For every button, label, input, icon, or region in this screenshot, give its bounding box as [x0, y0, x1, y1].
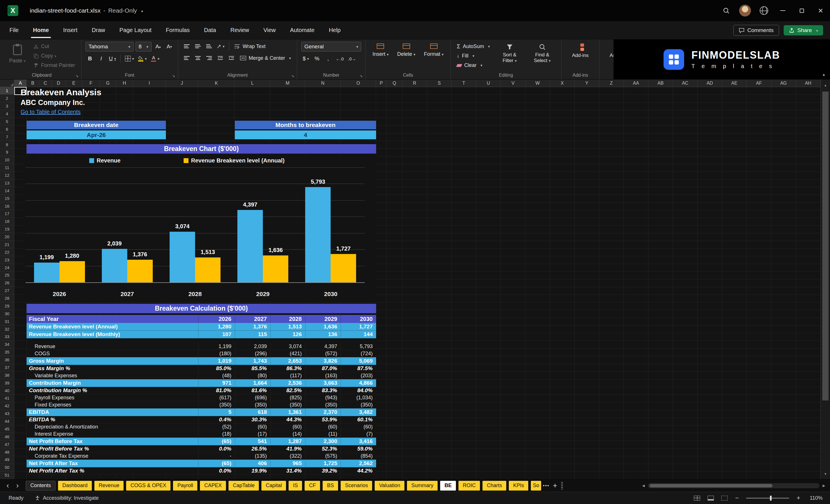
more-sheets-button[interactable]: •••	[543, 483, 549, 488]
sheet-tab-captable[interactable]: CapTable	[228, 481, 259, 491]
chart-bar-revenue[interactable]	[169, 232, 195, 282]
row-header-41[interactable]: 41	[0, 395, 14, 402]
sheet-tab-payroll[interactable]: Payroll	[173, 481, 197, 491]
row-header-34[interactable]: 34	[0, 341, 14, 348]
align-top-button[interactable]	[182, 42, 191, 51]
row-header-16[interactable]: 16	[0, 202, 14, 210]
ribbon-tab-draw[interactable]: Draw	[85, 21, 113, 39]
row-header-10[interactable]: 10	[0, 156, 14, 164]
ribbon-tab-review[interactable]: Review	[223, 21, 256, 39]
column-header-c[interactable]: C	[39, 80, 52, 87]
orientation-button[interactable]	[216, 42, 226, 51]
currency-format-button[interactable]: $	[301, 54, 310, 63]
calc-cell[interactable]: 53.9%	[305, 416, 341, 423]
calc-cell[interactable]: (60)	[270, 423, 305, 430]
row-header-25[interactable]: 25	[0, 272, 14, 279]
excel-app-icon[interactable]: X	[7, 5, 18, 16]
calc-cell[interactable]: (11)	[305, 431, 341, 437]
column-header-ad[interactable]: AD	[698, 80, 722, 87]
calc-cell[interactable]: 107	[198, 330, 235, 338]
chart-bar-breakeven[interactable]	[195, 257, 221, 282]
breakeven-date-value[interactable]: Apr-26	[27, 130, 166, 139]
page-layout-view-icon[interactable]	[708, 496, 714, 501]
row-header-43[interactable]: 43	[0, 410, 14, 418]
font-dialog-launcher-icon[interactable]	[171, 73, 176, 78]
row-header-35[interactable]: 35	[0, 348, 14, 356]
paste-button[interactable]: Paste	[6, 42, 29, 65]
column-header-q[interactable]: Q	[387, 80, 403, 87]
calc-cell[interactable]: 39.2%	[305, 467, 341, 474]
row-header-47[interactable]: 47	[0, 441, 14, 448]
calc-cell[interactable]: 0.4%	[198, 416, 235, 423]
add-sheet-button[interactable]: +	[553, 481, 557, 490]
calc-cell[interactable]: 81.0%	[198, 387, 235, 394]
sheet-nav-right-icon[interactable]: ›	[12, 481, 22, 491]
calc-cell[interactable]: 618	[235, 408, 270, 416]
sheet-tab-dashboard[interactable]: Dashboard	[58, 481, 92, 491]
calc-cell[interactable]: (575)	[305, 452, 341, 460]
font-color-button[interactable]: A	[150, 54, 161, 63]
calc-cell[interactable]: 2,653	[270, 357, 305, 365]
borders-button[interactable]	[124, 54, 135, 63]
column-header-k[interactable]: K	[198, 80, 235, 87]
scroll-down-icon[interactable]: ▾	[821, 469, 830, 478]
row-header-30[interactable]: 30	[0, 310, 14, 317]
calc-cell[interactable]: 4,866	[341, 379, 376, 387]
calc-cell[interactable]: (617)	[198, 394, 235, 401]
calc-cell[interactable]: 2,562	[341, 460, 376, 467]
row-header-11[interactable]: 11	[0, 164, 14, 171]
row-header-42[interactable]: 42	[0, 402, 14, 410]
sheet-tab-kpis[interactable]: KPIs	[509, 481, 528, 491]
chart-bar-breakeven[interactable]	[60, 261, 85, 282]
restore-button[interactable]	[792, 0, 811, 21]
calc-cell[interactable]: (163)	[305, 372, 341, 379]
sheet-tab-summary[interactable]: Summary	[407, 481, 438, 491]
globe-button[interactable]	[755, 0, 773, 21]
ribbon-tab-view[interactable]: View	[256, 21, 283, 39]
calc-cell[interactable]: 59.0%	[341, 445, 376, 452]
calc-cell[interactable]: (943)	[305, 394, 341, 401]
share-button[interactable]: Share	[784, 25, 823, 35]
calc-cell[interactable]: 3,826	[305, 357, 341, 365]
increase-indent-button[interactable]	[227, 54, 236, 63]
zoom-slider[interactable]	[746, 498, 789, 499]
sheet-tab-be[interactable]: BE	[440, 481, 456, 491]
calc-cell[interactable]: (572)	[305, 350, 341, 357]
row-header-37[interactable]: 37	[0, 364, 14, 372]
row-header-1[interactable]: 1	[0, 87, 14, 95]
calc-cell[interactable]: 406	[235, 460, 270, 467]
toc-link[interactable]: Go to Table of Contents	[21, 109, 81, 115]
sheet-tab-capex[interactable]: CAPEX	[200, 481, 226, 491]
column-header-aa[interactable]: AA	[624, 80, 648, 87]
calc-cell[interactable]: 4,397	[305, 343, 341, 350]
align-middle-button[interactable]	[193, 42, 202, 51]
row-header-9[interactable]: 9	[0, 149, 14, 156]
align-left-button[interactable]	[182, 54, 191, 63]
calc-cell[interactable]: (135)	[235, 452, 270, 460]
autosum-button[interactable]: ΣAutoSum	[455, 42, 492, 51]
row-header-20[interactable]: 20	[0, 233, 14, 241]
sheet-tab-charts[interactable]: Charts	[482, 481, 506, 491]
column-header-j[interactable]: J	[166, 80, 198, 87]
calc-cell[interactable]: 1,376	[235, 323, 270, 330]
column-header-f[interactable]: F	[83, 80, 100, 87]
wrap-text-button[interactable]: Wrap Text	[232, 42, 267, 51]
tab-scrollbar-splitter[interactable]	[561, 482, 563, 490]
column-header-af[interactable]: AF	[747, 80, 771, 87]
column-header-x[interactable]: X	[550, 80, 575, 87]
calc-cell[interactable]: (350)	[305, 401, 341, 408]
row-header-28[interactable]: 28	[0, 295, 14, 302]
number-dialog-launcher-icon[interactable]	[359, 73, 363, 78]
row-header-22[interactable]: 22	[0, 248, 14, 256]
calc-cell[interactable]: 126	[270, 330, 305, 338]
row-header-29[interactable]: 29	[0, 302, 14, 310]
calc-cell[interactable]: 541	[235, 438, 270, 445]
underline-button[interactable]: U	[108, 54, 117, 63]
fill-button[interactable]: ↓Fill	[455, 52, 492, 60]
column-header-m[interactable]: M	[270, 80, 305, 87]
chevron-down-icon[interactable]	[140, 7, 143, 14]
insert-cells-button[interactable]: Insert	[370, 42, 391, 59]
row-header-6[interactable]: 6	[0, 125, 14, 133]
ribbon-tab-home[interactable]: Home	[26, 21, 56, 39]
chart-bar-revenue[interactable]	[305, 187, 331, 282]
